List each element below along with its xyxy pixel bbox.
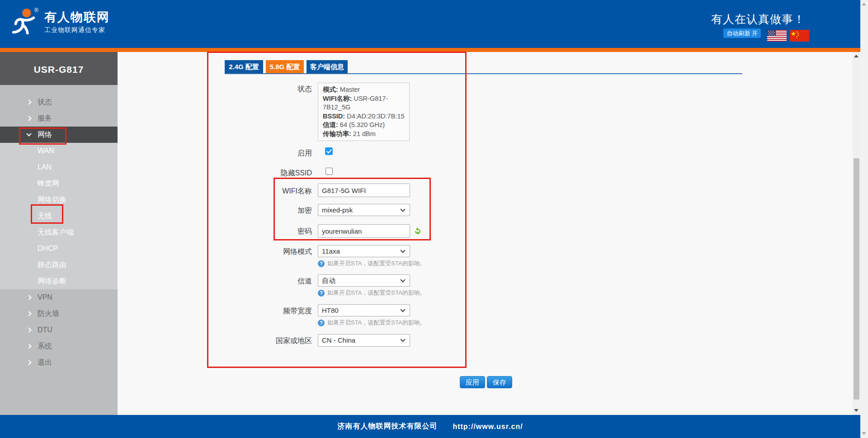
accent-divider bbox=[0, 48, 860, 52]
wifi-name-input[interactable] bbox=[318, 184, 410, 197]
question-icon: ? bbox=[318, 320, 325, 326]
net-mode-value: 11axa bbox=[322, 247, 340, 255]
status-label: 状态 bbox=[194, 85, 312, 94]
router-admin-page: ® 有人物联网 工业物联网通信专家 有人在认真做事！ 自动刷新 开 bbox=[0, 0, 868, 438]
scroll-up-arrow-icon[interactable] bbox=[862, 3, 866, 5]
sidebar-item-network[interactable]: 网络 bbox=[0, 127, 118, 143]
sidebar-item-label: 无线客户端 bbox=[38, 228, 74, 236]
chevron-down-icon bbox=[400, 207, 405, 212]
scrollbar-thumb[interactable] bbox=[854, 158, 859, 400]
us-flag-icon[interactable] bbox=[767, 30, 787, 42]
chevron-right-icon bbox=[26, 295, 31, 300]
scroll-up-arrow-icon[interactable] bbox=[854, 55, 859, 57]
scroll-down-arrow-icon[interactable] bbox=[854, 409, 859, 412]
chevron-right-icon bbox=[26, 311, 31, 316]
channel-label: 信道 bbox=[194, 277, 312, 286]
chevron-down-icon bbox=[400, 337, 405, 342]
encryption-value: mixed-psk bbox=[322, 206, 353, 214]
tab-underline bbox=[225, 73, 742, 74]
main-content: 2.4G 配置 5.8G 配置 客户端信息 状态 模式:Master WIFI名… bbox=[118, 52, 853, 415]
sidebar-item-label: 服务 bbox=[38, 114, 52, 122]
sidebar-item-label: 系统 bbox=[38, 342, 52, 350]
auto-refresh-toggle[interactable]: 自动刷新 开 bbox=[723, 28, 761, 38]
sidebar-item-static-route[interactable]: 静态路由 bbox=[0, 257, 118, 273]
sidebar-item-label: 网络诊断 bbox=[38, 277, 66, 285]
status-line: 传输功率:21 dBm bbox=[323, 130, 405, 139]
password-refresh-icon[interactable] bbox=[414, 227, 422, 235]
sidebar-item-label: 无线 bbox=[38, 212, 52, 220]
bandwidth-select[interactable]: HT80 bbox=[318, 304, 410, 316]
hide-ssid-checkbox[interactable] bbox=[326, 168, 333, 175]
sidebar-item-label: 网络 bbox=[38, 131, 52, 138]
sidebar-item-dtu[interactable]: DTU bbox=[0, 322, 118, 338]
sidebar-item-label: LAN bbox=[38, 163, 52, 171]
encryption-label: 加密 bbox=[194, 206, 312, 215]
sidebar-item-label: WAN bbox=[38, 147, 54, 155]
sidebar-item-vpn[interactable]: VPN bbox=[0, 289, 118, 306]
password-input[interactable] bbox=[318, 224, 410, 238]
apply-button[interactable]: 应用 bbox=[460, 376, 485, 388]
brand-subtitle: 工业物联网通信专家 bbox=[44, 26, 105, 34]
wifi-status-box: 模式:Master WIFI名称:USR-G817-7B12_5G BSSID:… bbox=[318, 83, 410, 141]
sidebar: USR-G817 状态 服务 网络 WAN LAN 蜂窝网 网络切换 无线 无线… bbox=[0, 52, 118, 415]
hide-ssid-label: 隐藏SSID bbox=[194, 169, 312, 178]
chevron-down-icon bbox=[400, 248, 405, 253]
sidebar-item-firewall[interactable]: 防火墙 bbox=[0, 306, 118, 322]
wifi-name-label: WIFI名称 bbox=[194, 187, 312, 196]
enable-checkbox[interactable] bbox=[325, 147, 333, 155]
sidebar-item-cellular[interactable]: 蜂窝网 bbox=[0, 175, 118, 192]
header-slogan: 有人在认真做事！ bbox=[711, 12, 805, 27]
tab-client-info[interactable]: 客户端信息 bbox=[307, 60, 348, 73]
sidebar-item-lan[interactable]: LAN bbox=[0, 159, 118, 175]
sidebar-item-label: 静态路由 bbox=[38, 261, 66, 268]
footer-bar: 济南有人物联网技术有限公司 http://www.usr.cn/ bbox=[0, 415, 860, 438]
content-scrollbar[interactable] bbox=[853, 52, 860, 415]
sidebar-item-wireless-client[interactable]: 无线客户端 bbox=[0, 224, 118, 240]
sidebar-item-wan[interactable]: WAN bbox=[0, 143, 118, 159]
sidebar-item-label: 退出 bbox=[38, 358, 52, 366]
page-scrollbar[interactable] bbox=[860, 0, 868, 438]
chevron-right-icon bbox=[26, 344, 31, 349]
save-button[interactable]: 保存 bbox=[487, 376, 512, 388]
sidebar-item-label: DTU bbox=[38, 326, 52, 334]
chevron-down-icon bbox=[400, 307, 405, 312]
sidebar-item-status[interactable]: 状态 bbox=[0, 94, 118, 110]
country-value: CN - China bbox=[322, 336, 355, 344]
net-mode-label: 网络模式 bbox=[194, 247, 312, 256]
chevron-right-icon bbox=[26, 99, 31, 104]
net-mode-hint: ?如果开启STA，该配置受STA的影响。 bbox=[318, 259, 426, 268]
sidebar-item-system[interactable]: 系统 bbox=[0, 338, 118, 354]
sidebar-item-services[interactable]: 服务 bbox=[0, 110, 118, 127]
sidebar-item-dhcp[interactable]: DHCP bbox=[0, 240, 118, 257]
scroll-down-arrow-icon[interactable] bbox=[862, 432, 866, 435]
footer-url-link[interactable]: http://www.usr.cn/ bbox=[453, 423, 523, 431]
chevron-right-icon bbox=[26, 327, 31, 332]
sidebar-item-label: VPN bbox=[38, 293, 52, 301]
bandwidth-value: HT80 bbox=[322, 306, 339, 314]
question-icon: ? bbox=[318, 260, 325, 267]
sidebar-item-logout[interactable]: 退出 bbox=[0, 354, 118, 371]
country-label: 国家或地区 bbox=[194, 336, 312, 345]
status-line: BSSID:D4:AD:20:3D:7B:15 bbox=[323, 112, 405, 121]
bandwidth-hint: ?如果开启STA，该配置受STA的影响。 bbox=[318, 319, 426, 327]
sidebar-item-network-switch[interactable]: 网络切换 bbox=[0, 192, 118, 208]
enable-label: 启用 bbox=[194, 149, 312, 158]
encryption-select[interactable]: mixed-psk bbox=[318, 204, 410, 216]
question-icon: ? bbox=[318, 290, 325, 297]
sidebar-item-label: 状态 bbox=[38, 98, 52, 106]
tab-5.8g-config[interactable]: 5.8G 配置 bbox=[266, 60, 304, 73]
country-select[interactable]: CN - China bbox=[318, 334, 410, 347]
status-line: 模式:Master bbox=[323, 85, 405, 94]
sidebar-menu: 状态 服务 网络 WAN LAN 蜂窝网 网络切换 无线 无线客户端 DHCP … bbox=[0, 85, 118, 371]
sidebar-item-network-diagnosis[interactable]: 网络诊断 bbox=[0, 273, 118, 289]
net-mode-select[interactable]: 11axa bbox=[318, 245, 410, 257]
sidebar-item-label: 网络切换 bbox=[38, 196, 66, 203]
registered-trademark: ® bbox=[34, 7, 38, 14]
chevron-right-icon bbox=[26, 116, 31, 121]
chevron-down-icon bbox=[26, 131, 31, 136]
sidebar-item-wireless[interactable]: 无线 bbox=[0, 208, 118, 224]
channel-select[interactable]: 自动 bbox=[318, 274, 410, 287]
tab-2.4g-config[interactable]: 2.4G 配置 bbox=[225, 60, 263, 73]
cn-flag-icon[interactable] bbox=[790, 30, 809, 42]
sidebar-item-label: DHCP bbox=[38, 245, 58, 252]
